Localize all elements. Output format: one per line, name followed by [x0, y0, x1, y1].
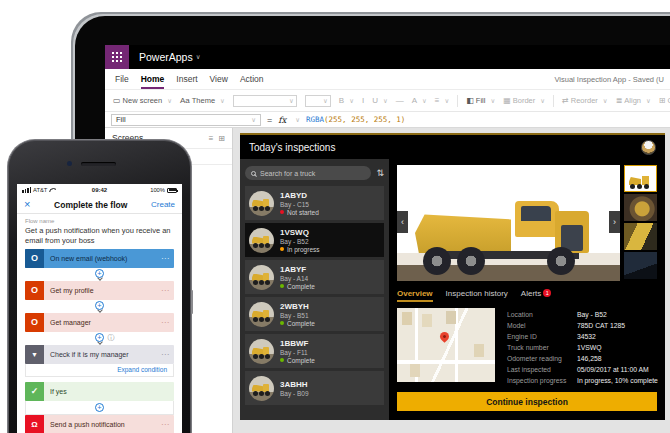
ellipsis-menu-icon[interactable]: ⋯	[161, 318, 174, 327]
border-button[interactable]: ▦ Border ∨	[503, 96, 545, 105]
new-screen-button[interactable]: ▭ New screen ∨	[113, 96, 172, 105]
chevron-down-icon: ∨	[540, 97, 545, 105]
font-color-icon: A	[412, 96, 417, 105]
truck-search-input[interactable]: Search for a truck	[245, 166, 371, 180]
tab-alerts[interactable]: Alerts1	[521, 289, 551, 302]
flow-step-check-manager[interactable]: ▼ Check if it is my manager ⋯	[25, 345, 174, 364]
office-icon: O	[25, 313, 44, 332]
underline-button[interactable]: U ∨	[372, 96, 388, 105]
fx-button[interactable]: fx	[278, 115, 286, 125]
truck-row[interactable]: 1ABYF Bay - A14 Complete	[245, 260, 384, 294]
photo-thumbnail[interactable]	[624, 252, 657, 279]
underline-icon: U	[372, 96, 378, 105]
theme-button[interactable]: Aa Theme ∨	[180, 96, 225, 105]
sort-icon[interactable]: ⇅	[376, 168, 384, 178]
flow-name-value[interactable]: Get a push notification when you receive…	[25, 226, 174, 246]
powerapps-titlebar: PowerApps ∨	[105, 45, 670, 69]
flow-steps: O On new email (webhook) ⋯ + O Get my pr…	[17, 248, 182, 433]
text-align-button[interactable]: ≡ ∨	[435, 96, 449, 105]
truck-detail-panel: ‹ › Overview Inspection history Alerts1	[389, 159, 665, 420]
detail-row: Truck number1VSWQ	[507, 342, 657, 352]
group-button[interactable]: ⊞ Group ∨	[659, 96, 670, 105]
align-button[interactable]: ≣ Align ∨	[616, 96, 651, 105]
menu-home[interactable]: Home	[141, 69, 165, 89]
font-color-button[interactable]: A ∨	[412, 96, 427, 105]
detail-fields: LocationBay - B52 Model785D CAT 1285 Eng…	[507, 308, 657, 385]
truck-thumbnail	[249, 376, 274, 401]
continue-inspection-button[interactable]: Continue inspection	[397, 392, 657, 411]
phone-side-button	[191, 290, 193, 314]
screens-list-view-icon[interactable]: ≡	[209, 134, 214, 143]
insert-step-button[interactable]: +	[95, 333, 104, 342]
flow-step-get-my-profile[interactable]: O Get my profile ⋯	[25, 281, 174, 300]
ellipsis-menu-icon[interactable]: ⋯	[161, 420, 174, 429]
menu-action[interactable]: Action	[240, 69, 264, 89]
truck-row[interactable]: 2WBYH Bay - B51 Complete	[245, 297, 384, 331]
status-dot	[280, 210, 284, 214]
photo-thumbnail[interactable]	[624, 223, 657, 250]
photo-thumbnail[interactable]	[624, 194, 657, 221]
window-title: Visual Inspection App - Saved (U	[554, 69, 664, 89]
chevron-down-icon: ∨	[196, 53, 201, 61]
ellipsis-menu-icon[interactable]: ⋯	[161, 350, 174, 359]
flow-step-on-new-email[interactable]: O On new email (webhook) ⋯	[25, 249, 174, 268]
create-button[interactable]: Create	[151, 200, 175, 209]
insert-step-button[interactable]: +	[95, 301, 104, 310]
strikethrough-button[interactable]: —	[396, 96, 404, 105]
app-launcher-waffle-icon[interactable]	[105, 45, 129, 69]
truck-row[interactable]: 3ABHH Bay - B09	[245, 371, 384, 405]
inspection-app-preview: Today's inspections Search for a truck ⇅	[240, 133, 665, 420]
detail-row: LocationBay - B52	[507, 309, 657, 319]
flow-step-send-push-notification[interactable]: Ω Send a push notification ⋯	[25, 415, 174, 433]
tab-overview[interactable]: Overview	[397, 289, 433, 302]
new-screen-icon: ▭	[113, 96, 121, 105]
truck-row[interactable]: 1ABYD Bay - C15 Not started	[245, 186, 384, 220]
reorder-button[interactable]: ⇄ Reorder ∨	[562, 96, 608, 105]
bell-icon: Ω	[25, 415, 44, 433]
truck-thumbnail	[249, 302, 274, 327]
condition-filter-icon: ▼	[25, 345, 44, 364]
insert-step-button[interactable]: +	[95, 269, 104, 278]
italic-button[interactable]: I	[362, 96, 364, 105]
detail-row: Model785D CAT 1285	[507, 320, 657, 330]
location-map[interactable]	[397, 308, 495, 382]
menu-view[interactable]: View	[210, 69, 228, 89]
font-size-dropdown[interactable]: ∨	[305, 95, 331, 107]
equals-icon: =	[267, 115, 272, 125]
detail-tabs: Overview Inspection history Alerts1	[397, 281, 657, 302]
carousel-prev-button[interactable]: ‹	[397, 211, 408, 233]
phone-camera-icon	[67, 161, 72, 166]
insert-step-button[interactable]: +	[95, 403, 104, 412]
expand-condition-link[interactable]: Expand condition	[117, 366, 167, 373]
tab-inspection-history[interactable]: Inspection history	[446, 289, 508, 302]
user-avatar[interactable]	[641, 140, 656, 155]
bold-button[interactable]: B ∨	[339, 96, 354, 105]
truck-row[interactable]: 1BBWF Bay - F11 Complete	[245, 334, 384, 368]
flow-step-if-yes[interactable]: ✓ If yes	[25, 382, 174, 401]
toolbar-separator	[457, 95, 458, 107]
ellipsis-menu-icon[interactable]: ⋯	[161, 254, 174, 263]
ellipsis-menu-icon[interactable]: ⋯	[161, 286, 174, 295]
if-yes-branch-body: +	[25, 401, 174, 415]
font-family-dropdown[interactable]: ∨	[233, 95, 297, 107]
stage: PowerApps ∨ File Home Insert View Action…	[0, 0, 670, 433]
powerapps-brand[interactable]: PowerApps	[139, 51, 193, 63]
truck-photo	[397, 165, 620, 281]
menu-insert[interactable]: Insert	[176, 69, 197, 89]
search-icon	[251, 171, 256, 176]
bold-icon: B	[339, 96, 344, 105]
carousel-next-button[interactable]: ›	[609, 211, 620, 233]
menu-file[interactable]: File	[115, 69, 129, 89]
fill-button[interactable]: ◧ Fill ∨	[466, 96, 495, 105]
truck-thumbnail	[249, 191, 274, 216]
thumbnail-strip	[624, 165, 657, 279]
formula-input[interactable]: RGBA(255, 255, 255, 1)	[306, 115, 405, 124]
truck-row-selected[interactable]: 1VSWQ Bay - B52 In progress	[245, 223, 384, 257]
photo-thumbnail-selected[interactable]	[624, 165, 657, 192]
strikethrough-icon: —	[396, 96, 404, 105]
flow-step-get-manager[interactable]: O Get manager ⋯	[25, 313, 174, 332]
check-icon: ✓	[25, 382, 44, 401]
property-dropdown[interactable]: Fill ∨	[111, 114, 261, 126]
chevron-down-icon: ∨	[220, 97, 225, 105]
screens-grid-view-icon[interactable]: ⊞	[218, 134, 225, 143]
